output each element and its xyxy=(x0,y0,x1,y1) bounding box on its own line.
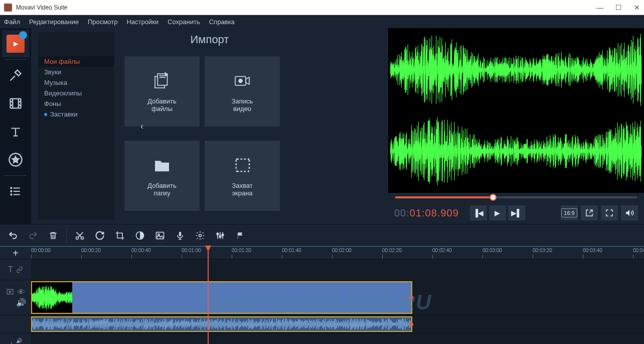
mic-button[interactable] xyxy=(171,227,189,244)
waveform-channel-left xyxy=(390,30,642,109)
sidebar-item-0[interactable]: Мои файлы xyxy=(38,56,114,67)
time-ruler[interactable]: + 00:00:0000:00:2000:00:4000:01:0000:01:… xyxy=(0,246,644,259)
svg-point-16 xyxy=(199,234,202,237)
video-track-icon xyxy=(6,288,14,296)
rotate-button[interactable] xyxy=(91,227,109,244)
ruler-tick: 00:01:00 xyxy=(182,248,201,253)
sidebar-item-3[interactable]: Видеоклипы xyxy=(38,88,114,98)
close-button[interactable]: ✕ xyxy=(634,4,640,12)
svg-rect-17 xyxy=(217,233,218,235)
volume-button[interactable] xyxy=(621,205,638,220)
marker-button[interactable] xyxy=(231,227,249,244)
import-card-add-files[interactable]: Добавитьфайлы xyxy=(124,56,200,127)
tool-titles[interactable] xyxy=(2,118,29,145)
clip-handle[interactable] xyxy=(409,322,413,326)
video-track: 👁 🔊 xyxy=(0,280,644,315)
mute-icon[interactable]: 🔊 xyxy=(16,298,26,307)
delete-button[interactable] xyxy=(44,227,62,244)
prev-button[interactable]: ▐◀ xyxy=(470,205,487,220)
fullscreen-button[interactable] xyxy=(601,205,618,220)
cut-button[interactable] xyxy=(71,227,89,244)
ruler-tick: 00:01:40 xyxy=(282,248,301,253)
panel-heading: Импорт xyxy=(31,33,388,46)
tool-more[interactable] xyxy=(2,178,29,205)
popout-button[interactable] xyxy=(581,205,598,220)
music-track-icon: ♪ xyxy=(9,339,13,345)
settings-button[interactable] xyxy=(191,227,209,244)
title-track-icon: T xyxy=(8,265,13,274)
titlebar: Movavi Video Suite — ☐ ✕ xyxy=(0,0,644,15)
svg-point-10 xyxy=(76,237,79,239)
mute-icon[interactable]: 🔊 xyxy=(16,338,22,343)
tool-filters[interactable] xyxy=(2,62,29,89)
music-track: ♪🔊 xyxy=(0,333,644,344)
clip-thumbnail xyxy=(32,282,72,313)
undo-button[interactable] xyxy=(4,227,22,244)
new-indicator-icon xyxy=(44,113,47,116)
minimize-button[interactable]: — xyxy=(596,4,603,12)
import-panel: Импорт Мои файлыЗвукиМузыкаВидеоклипыФон… xyxy=(31,28,388,224)
sidebar-item-4[interactable]: Фоны xyxy=(38,98,114,109)
menu-help[interactable]: Справка xyxy=(209,18,235,26)
audio-track xyxy=(0,315,644,333)
crop-button[interactable] xyxy=(111,227,129,244)
menu-settings[interactable]: Настройки xyxy=(126,18,158,26)
playhead[interactable] xyxy=(208,247,209,344)
menu-file[interactable]: Файл xyxy=(4,18,20,26)
svg-rect-15 xyxy=(179,232,182,236)
import-card-record-video[interactable]: Записьвидео xyxy=(205,56,280,127)
import-card-add-folder[interactable]: Добавитьпапку xyxy=(124,141,200,211)
play-button[interactable]: ▶ xyxy=(489,205,506,220)
menubar: Файл Редактирование Просмотр Настройки С… xyxy=(0,15,644,28)
svg-rect-13 xyxy=(156,232,164,239)
ruler-tick: 00:01:20 xyxy=(232,248,251,253)
ruler-tick: 00:03:20 xyxy=(533,248,552,253)
ruler-tick: 00:00:40 xyxy=(131,248,151,253)
collapse-sidebar-icon[interactable]: ‹ xyxy=(140,121,143,132)
svg-point-2 xyxy=(11,187,12,188)
add-track-button[interactable]: + xyxy=(0,247,31,260)
import-card-capture-screen[interactable]: Захватэкрана xyxy=(205,141,280,211)
maximize-button[interactable]: ☐ xyxy=(615,4,622,12)
progress-fill xyxy=(395,196,490,198)
menu-view[interactable]: Просмотр xyxy=(88,18,117,26)
tool-stickers[interactable] xyxy=(2,146,29,173)
ruler-tick: 00:03:00 xyxy=(482,248,502,253)
redo-button[interactable] xyxy=(24,227,42,244)
title-track: T xyxy=(0,259,644,280)
sidebar-item-2[interactable]: Музыка xyxy=(38,77,114,88)
sidebar-item-5[interactable]: Заставки xyxy=(38,109,114,120)
ruler-tick: 00:02:20 xyxy=(382,248,402,253)
aspect-ratio-button[interactable]: 16:9 xyxy=(561,205,578,220)
progress-thumb[interactable] xyxy=(490,194,497,201)
video-clip[interactable] xyxy=(31,281,412,314)
clip-handle[interactable] xyxy=(409,296,413,300)
window-title: Movavi Video Suite xyxy=(16,4,596,11)
visibility-icon[interactable]: 👁 xyxy=(17,288,25,297)
svg-point-4 xyxy=(11,194,12,195)
menu-edit[interactable]: Редактирование xyxy=(29,18,79,26)
sidebar-item-1[interactable]: Звуки xyxy=(38,67,114,77)
link-icon[interactable] xyxy=(16,266,23,273)
svg-rect-0 xyxy=(11,99,21,108)
edit-toolbar xyxy=(0,224,644,246)
audio-clip[interactable] xyxy=(31,316,412,332)
waveform-channel-right xyxy=(390,111,642,191)
ruler-tick: 00:02:40 xyxy=(432,248,452,253)
image-button[interactable] xyxy=(151,227,169,244)
ruler-tick: 00:02:00 xyxy=(332,248,352,253)
equalizer-button[interactable] xyxy=(211,227,229,244)
timeline: + 00:00:0000:00:2000:00:4000:01:0000:01:… xyxy=(0,246,644,344)
menu-save[interactable]: Сохранить xyxy=(168,18,200,26)
preview-panel: 00:01:08.909 ▐◀ ▶ ▶▌ 16:9 xyxy=(388,28,644,224)
tool-sidebar xyxy=(0,28,31,224)
tool-import[interactable] xyxy=(2,30,29,57)
ruler-tick: 00:03:40 xyxy=(583,248,602,253)
progress-bar[interactable] xyxy=(395,196,637,198)
ruler-tick: 00:00:20 xyxy=(81,248,101,253)
svg-point-7 xyxy=(166,74,168,76)
next-button[interactable]: ▶▌ xyxy=(508,205,525,220)
svg-point-3 xyxy=(11,191,12,192)
tool-transitions[interactable] xyxy=(2,90,29,117)
color-button[interactable] xyxy=(131,227,149,244)
